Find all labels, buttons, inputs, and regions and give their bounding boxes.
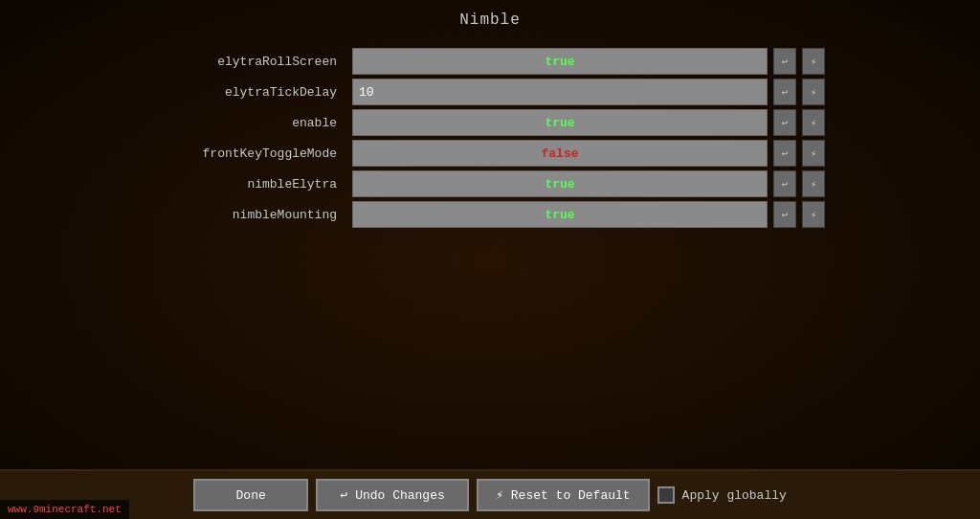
reset-icon-nimbleMounting[interactable]: ↩ <box>773 201 796 228</box>
setting-label-elytraTickDelay: elytraTickDelay <box>155 85 346 100</box>
settings-list: elytraRollScreentrue↩⚡elytraTickDelay10↩… <box>155 48 825 228</box>
slash-icon-frontKeyToggleMode[interactable]: ⚡ <box>802 140 825 167</box>
setting-value-text-enable: true <box>545 116 574 130</box>
setting-row-nimbleElytra: nimbleElytratrue↩⚡ <box>155 170 825 197</box>
setting-value-elytraRollScreen[interactable]: true <box>352 48 768 75</box>
setting-label-nimbleElytra: nimbleElytra <box>155 177 346 192</box>
watermark: www.9minecraft.net <box>0 500 129 519</box>
setting-value-elytraTickDelay[interactable]: 10 <box>352 79 768 105</box>
slash-icon-elytraTickDelay[interactable]: ⚡ <box>802 79 825 105</box>
setting-value-text-frontKeyToggleMode: false <box>541 147 578 161</box>
setting-value-frontKeyToggleMode[interactable]: false <box>352 140 768 167</box>
slash-icon-elytraRollScreen[interactable]: ⚡ <box>802 48 825 75</box>
reset-icon-elytraTickDelay[interactable]: ↩ <box>773 79 796 105</box>
reset-icon-enable[interactable]: ↩ <box>773 109 796 136</box>
setting-label-enable: enable <box>155 116 346 130</box>
reset-icon-nimbleElytra[interactable]: ↩ <box>773 170 796 197</box>
reset-to-default-button[interactable]: ⚡ Reset to Default <box>477 479 649 511</box>
watermark-suffix: .net <box>96 504 121 515</box>
bottom-bar: www.9minecraft.net Done ↩ Undo Changes ⚡… <box>0 469 980 519</box>
setting-value-text-elytraRollScreen: true <box>545 55 574 69</box>
apply-globally-checkbox[interactable] <box>657 486 675 504</box>
reset-icon-elytraRollScreen[interactable]: ↩ <box>773 48 796 75</box>
slash-icon-nimbleMounting[interactable]: ⚡ <box>802 201 825 228</box>
setting-value-enable[interactable]: true <box>352 109 768 136</box>
reset-icon-frontKeyToggleMode[interactable]: ↩ <box>773 140 796 167</box>
setting-row-enable: enabletrue↩⚡ <box>155 109 825 136</box>
setting-label-frontKeyToggleMode: frontKeyToggleMode <box>155 147 346 161</box>
setting-row-elytraTickDelay: elytraTickDelay10↩⚡ <box>155 79 825 105</box>
slash-icon-enable[interactable]: ⚡ <box>802 109 825 136</box>
page-title: Nimble <box>459 11 521 29</box>
watermark-site: 9minecraft <box>33 504 96 515</box>
apply-globally-container: Apply globally <box>657 486 787 504</box>
setting-value-text-nimbleMounting: true <box>545 208 574 222</box>
setting-row-elytraRollScreen: elytraRollScreentrue↩⚡ <box>155 48 825 75</box>
apply-globally-label: Apply globally <box>682 488 787 503</box>
setting-value-text-nimbleElytra: true <box>545 177 574 192</box>
done-button[interactable]: Done <box>193 479 308 511</box>
setting-value-nimbleElytra[interactable]: true <box>352 170 768 197</box>
setting-row-frontKeyToggleMode: frontKeyToggleModefalse↩⚡ <box>155 140 825 167</box>
setting-value-nimbleMounting[interactable]: true <box>352 201 768 228</box>
slash-icon-nimbleElytra[interactable]: ⚡ <box>802 170 825 197</box>
watermark-prefix: www. <box>8 504 33 515</box>
undo-changes-button[interactable]: ↩ Undo Changes <box>316 479 469 511</box>
setting-label-nimbleMounting: nimbleMounting <box>155 208 346 222</box>
setting-label-elytraRollScreen: elytraRollScreen <box>155 55 346 69</box>
setting-row-nimbleMounting: nimbleMountingtrue↩⚡ <box>155 201 825 228</box>
